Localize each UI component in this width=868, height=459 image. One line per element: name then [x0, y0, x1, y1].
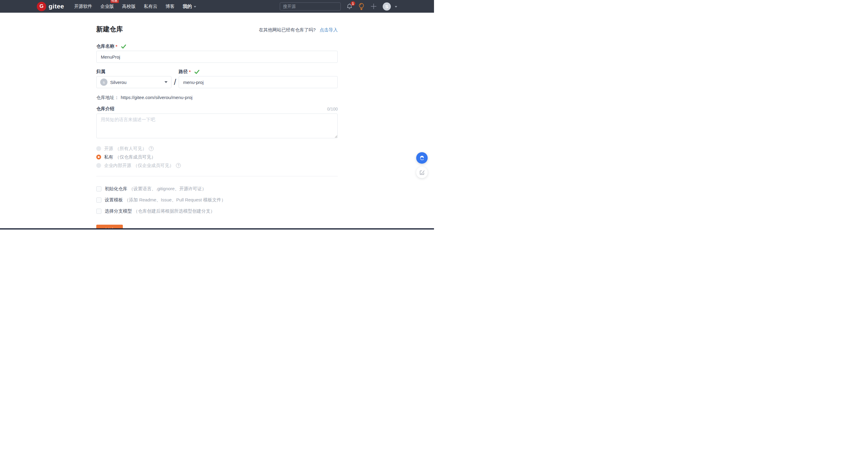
- gitee-logo-letter: G: [39, 3, 43, 9]
- visibility-option-inner-source: 企业内部开源 （仅企业成员可见） ?: [96, 163, 338, 168]
- nav-item-mine[interactable]: 我的: [183, 4, 196, 9]
- repo-name-field: 仓库名称 *: [96, 44, 338, 63]
- create-new-button[interactable]: [370, 3, 377, 10]
- import-prompt: 在其他网站已经有仓库了吗? 点击导入: [259, 27, 338, 33]
- nav-item-blog[interactable]: 博客: [166, 4, 175, 9]
- option-branch-model[interactable]: 选择分支模型 （仓库创建后将根据所选模型创建分支）: [96, 208, 338, 214]
- path-separator: /: [172, 78, 179, 88]
- owner-label: 归属: [96, 69, 105, 75]
- chevron-down-icon: [395, 6, 397, 7]
- description-label: 仓库介绍: [96, 106, 114, 112]
- floating-widgets: [416, 152, 428, 178]
- feedback-button[interactable]: [416, 167, 428, 178]
- owner-selected-value: Silverou: [110, 80, 126, 85]
- repo-address-label: 仓库地址：: [96, 95, 119, 100]
- valid-check-icon: [121, 45, 126, 49]
- promo-badge: 特惠: [111, 0, 119, 3]
- owner-field: 归属 s Silverou: [96, 69, 172, 88]
- nav-item-open-source[interactable]: 开源软件: [74, 4, 92, 9]
- repo-address-line: 仓库地址：https://gitee.com/silverou/menu-pro…: [96, 95, 338, 101]
- chevron-down-icon: [164, 81, 167, 83]
- path-label: 路径: [179, 69, 188, 75]
- checkbox-set-template[interactable]: [96, 198, 101, 203]
- visibility-option-public: 开源 （所有人可见） ?: [96, 146, 338, 151]
- plus-icon: [370, 3, 377, 10]
- checkbox-branch-model[interactable]: [96, 209, 101, 214]
- option-set-template[interactable]: 设置模板 （添加 Readme、Issue、Pull Request 模板文件）: [96, 197, 338, 203]
- owner-avatar: s: [100, 79, 107, 86]
- lightbulb-icon: [358, 3, 365, 10]
- notifications-button[interactable]: 1: [346, 3, 352, 10]
- tips-button[interactable]: [358, 3, 365, 10]
- user-menu[interactable]: S: [383, 2, 397, 10]
- page-title: 新建仓库: [96, 25, 123, 33]
- nav-item-enterprise[interactable]: 企业版 特惠: [100, 4, 114, 9]
- main-nav: 开源软件 企业版 特惠 高校版 私有云 博客 我的: [74, 4, 196, 9]
- import-question: 在其他网站已经有仓库了吗?: [259, 27, 315, 32]
- gitee-logo-icon: G: [37, 2, 46, 11]
- help-icon[interactable]: ?: [149, 146, 154, 151]
- notification-count-badge: 1: [351, 1, 355, 6]
- support-agent-icon: [418, 154, 426, 162]
- checkbox-init-repo[interactable]: [96, 186, 101, 192]
- repo-name-label-row: 仓库名称 *: [96, 44, 338, 49]
- char-counter: 0/100: [327, 107, 338, 111]
- navbar-right: 1 S: [280, 2, 397, 10]
- section-divider: [96, 176, 338, 176]
- gitee-logo-text: gitee: [49, 3, 64, 10]
- customer-service-button[interactable]: [416, 152, 428, 164]
- nav-item-private-cloud[interactable]: 私有云: [144, 4, 158, 9]
- option-init-repo[interactable]: 初始化仓库 （设置语言、.gitignore、开源许可证）: [96, 186, 338, 192]
- owner-path-row: 归属 s Silverou / 路径 *: [96, 69, 338, 88]
- import-link[interactable]: 点击导入: [320, 27, 338, 32]
- search-input[interactable]: [280, 2, 341, 10]
- gitee-logo[interactable]: G gitee: [37, 2, 64, 11]
- chevron-down-icon: [194, 6, 196, 7]
- new-repo-form: 新建仓库 在其他网站已经有仓库了吗? 点击导入 仓库名称 * 归属 s Silv…: [96, 13, 338, 229]
- repo-name-label: 仓库名称: [96, 44, 114, 49]
- repo-options-group: 初始化仓库 （设置语言、.gitignore、开源许可证） 设置模板 （添加 R…: [96, 186, 338, 214]
- owner-select[interactable]: s Silverou: [96, 76, 172, 88]
- edit-icon: [420, 170, 425, 175]
- footer-edge: [0, 228, 434, 229]
- description-field: 仓库介绍 0/100: [96, 106, 338, 140]
- description-textarea[interactable]: [96, 114, 338, 138]
- help-icon[interactable]: ?: [176, 163, 181, 168]
- path-field: 路径 *: [179, 69, 338, 88]
- description-label-row: 仓库介绍 0/100: [96, 106, 338, 111]
- path-label-row: 路径 *: [179, 69, 338, 74]
- page-header: 新建仓库 在其他网站已经有仓库了吗? 点击导入: [96, 25, 338, 33]
- radio-inner-source: [96, 163, 101, 168]
- required-asterisk: *: [116, 44, 117, 49]
- visibility-radio-group: 开源 （所有人可见） ? 私有 （仅仓库成员可见） 企业内部开源 （仅企业成员可…: [96, 146, 338, 168]
- visibility-option-private[interactable]: 私有 （仅仓库成员可见）: [96, 154, 338, 160]
- nav-item-education[interactable]: 高校版: [122, 4, 136, 9]
- radio-public: [96, 146, 101, 151]
- top-navbar: G gitee 开源软件 企业版 特惠 高校版 私有云 博客 我的: [0, 0, 434, 13]
- avatar: S: [383, 2, 391, 10]
- repo-address-url: https://gitee.com/silverou/menu-proj: [121, 95, 192, 100]
- repo-path-input[interactable]: [179, 76, 338, 88]
- required-asterisk: *: [189, 69, 191, 74]
- repo-name-input[interactable]: [96, 51, 338, 63]
- valid-check-icon: [194, 70, 199, 74]
- radio-private-selected[interactable]: [96, 154, 101, 160]
- owner-label-row: 归属: [96, 69, 172, 74]
